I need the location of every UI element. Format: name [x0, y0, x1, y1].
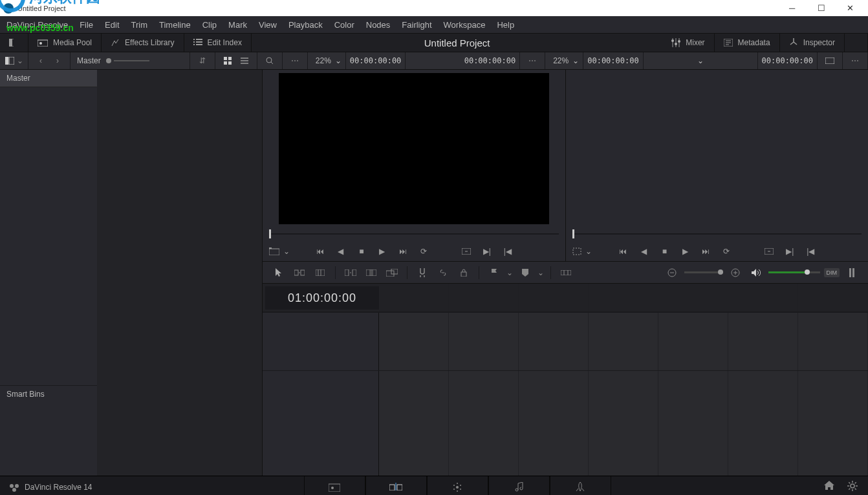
sort-button[interactable]: ⇵ — [195, 54, 210, 68]
selection-tool[interactable] — [270, 265, 287, 280]
play-reverse-button[interactable]: ◀ — [335, 246, 347, 257]
snap-button[interactable] — [414, 265, 431, 280]
record-view-mode[interactable] — [823, 54, 837, 68]
lock-button[interactable] — [455, 265, 472, 280]
maximize-button[interactable]: ☐ — [807, 0, 836, 16]
thumb-view-button[interactable] — [221, 54, 235, 68]
source-zoom[interactable]: 22% — [312, 56, 335, 65]
breadcrumb[interactable]: Master — [71, 52, 190, 69]
replace-clip-button[interactable] — [384, 265, 400, 280]
source-jog[interactable] — [269, 228, 559, 240]
blade-tool[interactable] — [312, 265, 329, 280]
link-button[interactable] — [435, 265, 451, 280]
menu-file[interactable]: File — [80, 20, 93, 30]
timeline-view-button[interactable] — [558, 265, 574, 280]
zoom-slider[interactable] — [684, 271, 723, 273]
loop-button[interactable]: ⟳ — [721, 246, 732, 257]
menu-nodes[interactable]: Nodes — [366, 20, 391, 30]
chevron-down-icon[interactable]: ⌄ — [537, 268, 544, 277]
customize-button[interactable] — [843, 265, 860, 280]
play-button[interactable]: ▶ — [376, 246, 388, 257]
stop-button[interactable]: ■ — [658, 246, 670, 257]
record-zoom[interactable]: 22% — [549, 56, 572, 65]
settings-button[interactable] — [847, 481, 858, 493]
record-options[interactable]: ⋯ — [848, 54, 862, 68]
play-reverse-button[interactable]: ◀ — [638, 246, 649, 257]
dim-button[interactable]: DIM — [824, 268, 840, 277]
media-pool-area[interactable] — [97, 70, 263, 476]
volume-slider[interactable] — [768, 271, 820, 273]
menu-trim[interactable]: Trim — [131, 20, 148, 30]
edit-page-button[interactable] — [365, 476, 427, 496]
out-point-button[interactable]: |◀ — [805, 246, 816, 257]
menu-timeline[interactable]: Timeline — [159, 20, 191, 30]
menu-help[interactable]: Help — [497, 20, 514, 30]
menu-clip[interactable]: Clip — [202, 20, 217, 30]
marker-button[interactable] — [517, 265, 534, 280]
record-jog[interactable] — [572, 228, 862, 240]
play-button[interactable]: ▶ — [679, 246, 691, 257]
bin-view-toggle[interactable] — [5, 54, 14, 68]
expand-panel-button[interactable] — [845, 33, 868, 52]
chevron-down-icon[interactable]: ⌄ — [283, 247, 290, 256]
menu-view[interactable]: View — [259, 20, 277, 30]
menu-mark[interactable]: Mark — [228, 20, 247, 30]
zoom-in-button[interactable] — [727, 265, 744, 280]
close-button[interactable]: ✕ — [836, 0, 865, 16]
stop-button[interactable]: ■ — [356, 246, 367, 257]
overwrite-clip-button[interactable] — [363, 265, 380, 280]
inspector-button[interactable]: Inspector — [780, 33, 845, 52]
insert-clip-button[interactable] — [342, 265, 359, 280]
video-track[interactable] — [263, 312, 868, 370]
chevron-down-icon[interactable]: ⌄ — [506, 268, 513, 277]
chevron-down-icon[interactable]: ⌄ — [335, 56, 342, 65]
record-mode-icon[interactable] — [572, 247, 581, 255]
record-canvas[interactable] — [566, 70, 869, 224]
smart-bins-header[interactable]: Smart Bins — [0, 385, 97, 476]
toggle-left-panel-button[interactable] — [0, 33, 28, 52]
breadcrumb-slider[interactable] — [114, 60, 149, 61]
home-button[interactable] — [824, 481, 834, 493]
source-options[interactable]: ⋯ — [525, 54, 539, 68]
menu-fairlight[interactable]: Fairlight — [402, 20, 431, 30]
mixer-button[interactable]: Mixer — [662, 33, 714, 52]
menu-workspace[interactable]: Workspace — [444, 20, 486, 30]
menu-playback[interactable]: Playback — [288, 20, 323, 30]
bin-master[interactable]: Master — [0, 70, 97, 87]
source-canvas[interactable] — [279, 73, 549, 224]
minimize-button[interactable]: ─ — [777, 0, 807, 16]
chevron-down-icon[interactable]: ⌄ — [697, 56, 704, 65]
chevron-down-icon[interactable]: ⌄ — [572, 56, 579, 65]
media-page-button[interactable] — [304, 476, 365, 496]
trim-tool[interactable] — [291, 265, 308, 280]
effects-library-button[interactable]: Effects Library — [102, 33, 184, 52]
search-button[interactable] — [263, 54, 277, 68]
options-button[interactable]: ⋯ — [288, 54, 302, 68]
chevron-down-icon[interactable]: ⌄ — [17, 54, 23, 68]
edit-index-button[interactable]: Edit Index — [184, 33, 252, 52]
menu-davinci[interactable]: DaVinci Resolve — [6, 20, 68, 30]
nav-forward-button[interactable]: › — [50, 54, 65, 68]
media-pool-button[interactable]: Media Pool — [28, 33, 102, 52]
menu-edit[interactable]: Edit — [105, 20, 119, 30]
deliver-page-button[interactable] — [550, 476, 611, 496]
source-mode-icon[interactable] — [269, 247, 279, 255]
mute-button[interactable] — [748, 265, 765, 280]
nav-back-button[interactable]: ‹ — [34, 54, 48, 68]
list-view-button[interactable] — [237, 54, 252, 68]
chevron-down-icon[interactable]: ⌄ — [585, 247, 592, 256]
flag-button[interactable] — [486, 265, 503, 280]
audio-track[interactable] — [263, 370, 868, 476]
in-point-button[interactable]: ▶| — [784, 246, 796, 257]
first-frame-button[interactable]: ⏮ — [617, 246, 629, 257]
loop-button[interactable]: ⟳ — [418, 246, 429, 257]
menu-color[interactable]: Color — [334, 20, 354, 30]
last-frame-button[interactable]: ⏭ — [397, 246, 409, 257]
color-page-button[interactable] — [427, 476, 488, 496]
zoom-out-button[interactable] — [664, 265, 680, 280]
in-point-button[interactable]: ▶| — [481, 246, 493, 257]
first-frame-button[interactable]: ⏮ — [314, 246, 326, 257]
match-frame-button[interactable] — [763, 246, 775, 257]
last-frame-button[interactable]: ⏭ — [700, 246, 711, 257]
metadata-button[interactable]: Metadata — [715, 33, 780, 52]
